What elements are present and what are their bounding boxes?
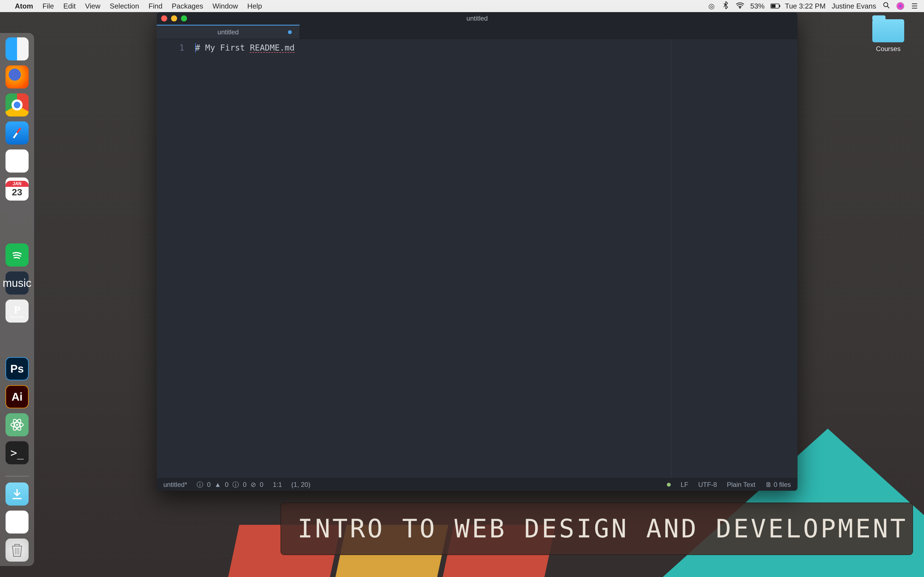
dock-photoshop[interactable]: Ps (5, 357, 29, 380)
svg-rect-2 (779, 5, 780, 7)
macos-menubar: Atom File Edit View Selection Find Packa… (0, 0, 924, 12)
dock-trash[interactable] (5, 538, 29, 562)
status-cursor-long[interactable]: (1, 20) (291, 481, 310, 488)
dock-illustrator[interactable]: Ai (5, 385, 29, 408)
menubar-user[interactable]: Justine Evans (832, 2, 876, 10)
dock-spotify[interactable] (5, 243, 29, 266)
editor-tab-untitled[interactable]: untitled (157, 25, 300, 39)
battery-icon[interactable] (771, 2, 779, 10)
git-status-dot-icon[interactable] (667, 483, 671, 487)
dock-finder[interactable] (5, 37, 29, 60)
dock-safari[interactable] (5, 121, 29, 145)
course-title-text: INTRO TO WEB DESIGN AND DEVELOPMENT (297, 514, 908, 543)
svg-point-3 (884, 2, 888, 6)
spotlight-icon[interactable] (882, 2, 890, 11)
dock-amazon-music[interactable]: music (5, 271, 29, 295)
dock-zip-file[interactable]: ZIP (5, 511, 29, 533)
menu-help[interactable]: Help (247, 2, 262, 10)
status-cursor-short[interactable]: 1:1 (273, 481, 282, 488)
svg-point-8 (16, 424, 18, 425)
menu-view[interactable]: View (85, 2, 100, 10)
wrap-guide (671, 39, 671, 478)
line-gutter: 1 (157, 39, 195, 478)
menu-packages[interactable]: Packages (172, 2, 203, 10)
dock-calendar[interactable]: JAN 23 (5, 177, 29, 201)
status-grammar[interactable]: Plain Text (727, 481, 755, 488)
dock-pandora[interactable]: P PANDORA (5, 300, 29, 322)
bluetooth-icon[interactable] (722, 2, 730, 11)
menu-find[interactable]: Find (149, 2, 163, 10)
calendar-month: JAN (5, 181, 29, 187)
dock-chrome[interactable] (5, 93, 29, 116)
status-bar: untitled* ⓘ0 ▲0 ⓘ0 ⊘0 1:1 (1, 20) LF UTF… (157, 478, 798, 491)
dock-separator (5, 476, 29, 476)
status-encoding[interactable]: UTF-8 (698, 481, 717, 488)
notification-center-icon[interactable]: ☰ (910, 2, 919, 10)
desktop-folder-courses[interactable]: Courses (869, 19, 908, 53)
status-diagnostics[interactable]: ⓘ0 ▲0 ⓘ0 ⊘0 (197, 480, 263, 489)
calendar-day: 23 (12, 187, 22, 198)
status-filename[interactable]: untitled* (163, 481, 187, 488)
siri-icon[interactable] (897, 2, 904, 10)
info-icon: ⓘ (197, 480, 203, 489)
text-editor[interactable]: 1 # My First README.md (157, 39, 798, 478)
course-title-overlay: INTRO TO WEB DESIGN AND DEVELOPMENT (281, 503, 913, 555)
window-title: untitled (157, 15, 798, 22)
info-icon: ⓘ (233, 480, 239, 489)
status-eol[interactable]: LF (681, 481, 688, 488)
gutter-line-1: 1 (157, 43, 184, 53)
code-line-1: # My First README.md (195, 43, 798, 53)
window-titlebar[interactable]: untitled (157, 12, 798, 25)
wifi-icon[interactable] (736, 2, 744, 10)
dock-terminal[interactable]: >_ (5, 441, 29, 464)
menu-selection[interactable]: Selection (110, 2, 139, 10)
status-fuzzy-files[interactable]: 🗎 0 files (765, 481, 791, 488)
svg-line-4 (887, 6, 889, 8)
battery-percent[interactable]: 53% (750, 2, 764, 10)
menu-extra-icon[interactable]: ◎ (707, 2, 716, 10)
menu-edit[interactable]: Edit (63, 2, 76, 10)
dock-atom[interactable] (5, 413, 29, 436)
dock-slack[interactable]: S (5, 150, 29, 172)
tab-label: untitled (218, 28, 239, 36)
tab-modified-dot-icon (288, 30, 292, 34)
atom-window: untitled untitled 1 # My First README.md… (157, 12, 798, 491)
macos-dock: S JAN 23 music P PANDORA Ps Ai >_ ZIP (0, 33, 34, 566)
desktop-folder-label: Courses (869, 45, 908, 53)
dock-firefox[interactable] (5, 65, 29, 89)
menu-file[interactable]: File (42, 2, 54, 10)
code-area[interactable]: # My First README.md (195, 39, 798, 478)
dock-downloads[interactable] (5, 482, 29, 506)
warning-icon: ▲ (215, 481, 221, 488)
app-menu[interactable]: Atom (15, 2, 33, 10)
svg-rect-1 (771, 5, 775, 8)
menu-window[interactable]: Window (213, 2, 238, 10)
file-icon: 🗎 (765, 481, 772, 488)
error-icon: ⊘ (250, 481, 256, 488)
folder-icon (872, 19, 904, 42)
menubar-clock[interactable]: Tue 3:22 PM (785, 2, 825, 10)
editor-tabbar: untitled (157, 25, 798, 39)
